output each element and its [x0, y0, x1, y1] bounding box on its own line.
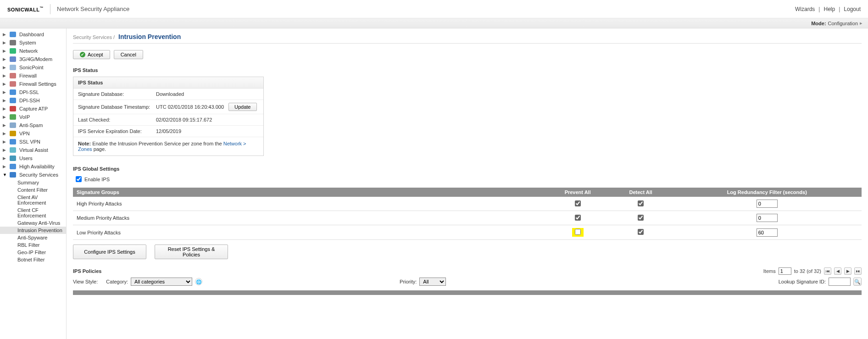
- ips-status-box-title: IPS Status: [73, 77, 263, 89]
- log-cell: [672, 211, 862, 225]
- sidebar-item-label: Virtual Assist: [19, 147, 48, 153]
- configure-ips-settings-button[interactable]: Configure IPS Settings: [73, 245, 146, 259]
- update-button[interactable]: Update: [228, 103, 256, 111]
- status-value: 02/02/2018 09:15:17.672: [156, 117, 259, 122]
- sidebar-subitem[interactable]: Intrusion Prevention: [0, 227, 66, 234]
- sidebar-item[interactable]: ▶3G/4G/Modem: [0, 55, 66, 63]
- nav-icon: [9, 72, 17, 79]
- svg-rect-12: [10, 131, 16, 136]
- expand-icon: ▶: [3, 148, 6, 152]
- nav-icon: [9, 122, 17, 128]
- expand-icon: ▶: [3, 123, 6, 128]
- sidebar-item[interactable]: ▶High Availability: [0, 162, 66, 171]
- sidebar-item[interactable]: ▼Security Services: [0, 171, 66, 179]
- sidebar-subitem[interactable]: RBL Filter: [0, 241, 66, 249]
- sidebar-item[interactable]: ▶DPI-SSH: [0, 96, 66, 105]
- cancel-button[interactable]: Cancel: [114, 50, 143, 59]
- sidebar-subitem[interactable]: Client CF Enforcement: [0, 206, 66, 219]
- svg-rect-9: [10, 106, 16, 111]
- sidebar-item[interactable]: ▶SonicPoint: [0, 63, 66, 72]
- enable-ips-row: Enable IPS: [76, 176, 862, 182]
- pager-prev-icon[interactable]: ◀: [834, 267, 841, 275]
- sidebar-item[interactable]: ▶Capture ATP: [0, 105, 66, 113]
- sidebar-subitem-label: Content Filter: [17, 187, 48, 193]
- appliance-label: Network Security Appliance: [57, 6, 129, 12]
- signature-group-row: Low Priority Attacks: [73, 225, 862, 240]
- prevent-all-checkbox[interactable]: [575, 229, 581, 235]
- sidebar-subitem[interactable]: Anti-Spyware: [0, 234, 66, 241]
- globe-icon[interactable]: 🌐: [195, 278, 202, 285]
- items-page-input[interactable]: [779, 267, 791, 275]
- nav-icon: [9, 89, 17, 95]
- pager-next-icon[interactable]: ▶: [844, 267, 851, 275]
- sidebar-subitem[interactable]: Gateway Anti-Virus: [0, 219, 66, 227]
- pager-first-icon[interactable]: ⏮: [824, 267, 831, 275]
- lookup-input[interactable]: [829, 278, 851, 286]
- sidebar-item[interactable]: ▶VoIP: [0, 113, 66, 121]
- svg-rect-7: [10, 89, 16, 95]
- breadcrumb: Security Services / Intrusion Prevention: [73, 33, 862, 40]
- expand-icon: ▼: [3, 172, 6, 177]
- policies-header-row: IPS Policies Items to 32 (of 32) ⏮ ◀ ▶ ⏭: [73, 267, 862, 275]
- log-redundancy-input[interactable]: [757, 214, 778, 222]
- sidebar-subitem-label: Client AV Enforcement: [17, 195, 64, 206]
- search-icon[interactable]: 🔍: [853, 278, 862, 286]
- logout-link[interactable]: Logout: [844, 6, 861, 12]
- priority-select[interactable]: All: [419, 278, 446, 286]
- status-value-wrap: UTC 02/01/2018 16:20:43.000 Update: [156, 103, 259, 111]
- col-signature-groups: Signature Groups: [73, 188, 546, 197]
- sidebar-item-label: System: [19, 40, 36, 45]
- brand-logo: SONICWALL™: [7, 6, 44, 12]
- help-link[interactable]: Help: [823, 6, 835, 12]
- mode-bar: Mode: Configuration ▸: [0, 18, 868, 28]
- sidebar-subitem[interactable]: Geo-IP Filter: [0, 249, 66, 256]
- mode-arrow-icon: ▸: [860, 20, 862, 26]
- sidebar-item[interactable]: ▶Dashboard: [0, 30, 66, 39]
- log-redundancy-input[interactable]: [757, 200, 778, 208]
- status-row: Signature Database Timestamp: UTC 02/01/…: [73, 100, 263, 114]
- reset-ips-settings-button[interactable]: Reset IPS Settings & Policies: [155, 245, 228, 259]
- sidebar-item[interactable]: ▶Virtual Assist: [0, 146, 66, 154]
- view-style-label: View Style:: [73, 279, 98, 284]
- btn-label: Reset IPS Settings & Policies: [161, 246, 221, 257]
- sidebar-item[interactable]: ▶Network: [0, 47, 66, 55]
- mode-value[interactable]: Configuration: [828, 21, 858, 26]
- sidebar-item[interactable]: ▶System: [0, 39, 66, 47]
- ips-status-box: IPS Status Signature Database: Downloade…: [73, 77, 264, 156]
- detect-all-checkbox[interactable]: [638, 229, 644, 235]
- sidebar-subitem[interactable]: Summary: [0, 179, 66, 186]
- sidebar-subitem[interactable]: Content Filter: [0, 186, 66, 194]
- sidebar-item[interactable]: ▶Anti-Spam: [0, 121, 66, 129]
- sidebar-subitem[interactable]: Botnet Filter: [0, 256, 66, 263]
- expand-icon: ▶: [3, 82, 6, 86]
- nav-icon: [9, 155, 17, 161]
- sidebar-subitem-label: Client CF Enforcement: [17, 207, 64, 218]
- status-value: 12/05/2019: [156, 128, 259, 134]
- sidebar-item-label: High Availability: [19, 164, 55, 169]
- brand-text-b: WALL: [24, 6, 39, 12]
- prevent-all-checkbox[interactable]: [575, 215, 581, 221]
- prevent-all-checkbox[interactable]: [575, 200, 581, 206]
- wizards-link[interactable]: Wizards: [795, 6, 815, 12]
- sidebar-item[interactable]: ▶Firewall Settings: [0, 80, 66, 88]
- sidebar-item[interactable]: ▶Users: [0, 154, 66, 162]
- sidebar-item-label: Firewall: [19, 73, 37, 78]
- svg-rect-5: [10, 73, 16, 78]
- sidebar-item[interactable]: ▶DPI-SSL: [0, 88, 66, 96]
- sidebar-item[interactable]: ▶VPN: [0, 129, 66, 138]
- enable-ips-checkbox[interactable]: [76, 176, 82, 182]
- status-row: IPS Service Expiration Date: 12/05/2019: [73, 126, 263, 137]
- pager-last-icon[interactable]: ⏭: [854, 267, 862, 275]
- sidebar-item[interactable]: ▶SSL VPN: [0, 138, 66, 146]
- detect-all-checkbox[interactable]: [638, 200, 644, 206]
- priority-label: Priority:: [400, 279, 417, 284]
- sidebar-subitem-label: Intrusion Prevention: [17, 228, 62, 233]
- accept-button[interactable]: ✔ Accept: [73, 50, 110, 59]
- sidebar-subitem[interactable]: Client AV Enforcement: [0, 194, 66, 206]
- category-select[interactable]: All categories: [131, 278, 192, 286]
- note-label: Note:: [78, 141, 91, 146]
- detect-all-checkbox[interactable]: [638, 215, 644, 221]
- log-cell: [672, 225, 862, 240]
- log-redundancy-input[interactable]: [757, 228, 778, 237]
- sidebar-item[interactable]: ▶Firewall: [0, 72, 66, 80]
